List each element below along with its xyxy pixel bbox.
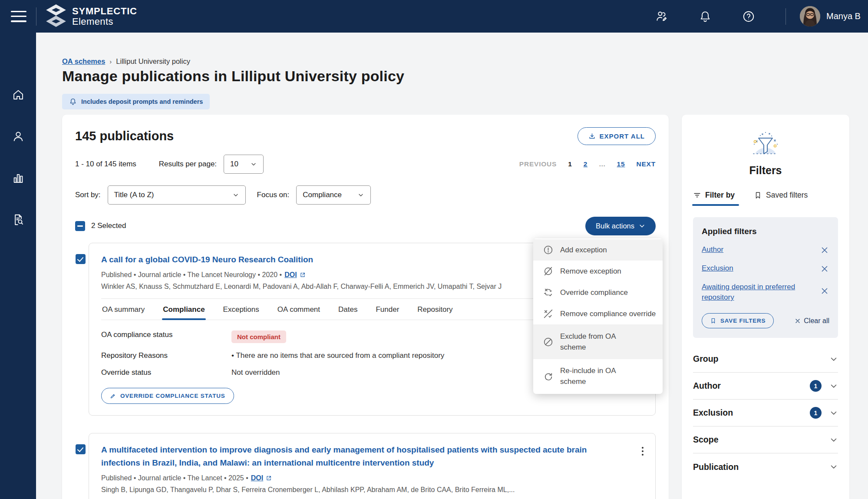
sort-by-select[interactable]: Title (A to Z)	[108, 185, 246, 205]
remove-override-icon	[543, 308, 554, 319]
publication-1-doi-link[interactable]: DOI	[284, 271, 297, 279]
applied-filter-exclusion: Exclusion	[702, 263, 829, 274]
tab-oa-summary[interactable]: OA summary	[101, 299, 145, 320]
tab-compliance[interactable]: Compliance	[162, 299, 205, 320]
filters-illustration-icon	[749, 131, 782, 159]
override-compliance-status-button[interactable]: OVERRIDE COMPLIANCE STATUS	[101, 388, 234, 404]
filter-lines-icon	[693, 191, 701, 199]
chevron-down-icon	[829, 436, 838, 444]
topbar-divider	[36, 7, 36, 26]
publication-1-checkbox[interactable]	[76, 254, 86, 264]
filter-section-scope[interactable]: Scope	[693, 426, 838, 453]
chevron-down-icon	[357, 192, 364, 198]
external-link-icon	[266, 475, 272, 481]
exclusion-filter-count-badge: 1	[810, 407, 822, 419]
notifications-bell-icon[interactable]	[699, 10, 712, 23]
hamburger-menu-icon[interactable]	[11, 11, 26, 22]
user-name[interactable]: Manya B	[826, 11, 868, 21]
redo-arrow-icon	[543, 371, 554, 382]
help-icon[interactable]	[742, 10, 755, 23]
profile-icon[interactable]	[12, 130, 25, 143]
document-search-icon[interactable]	[12, 213, 25, 226]
not-compliant-badge: Not compliant	[231, 330, 286, 343]
per-page-label: Results per page:	[159, 160, 217, 169]
menu-item-remove-exception[interactable]: Remove exception	[533, 261, 663, 282]
save-filters-button[interactable]: SAVE FILTERS	[702, 313, 774, 328]
left-sidebar	[0, 33, 36, 499]
applied-filter-exclusion-link[interactable]: Exclusion	[702, 263, 733, 274]
tab-filter-by[interactable]: Filter by	[693, 191, 735, 206]
tab-oa-comment[interactable]: OA comment	[277, 299, 321, 320]
pagination-page-1[interactable]: 1	[568, 160, 572, 168]
filter-sections: Group Author 1 Exclusion 1	[693, 346, 838, 480]
focus-on-select[interactable]: Compliance	[296, 185, 371, 205]
impersonate-users-icon[interactable]	[655, 10, 668, 23]
filters-title: Filters	[693, 164, 838, 177]
menu-item-remove-compliance-override[interactable]: Remove compliance override	[533, 303, 663, 324]
page-title: Manage publications in Lilliput Universi…	[62, 68, 404, 85]
slash-circle-icon	[543, 266, 554, 277]
tab-repository[interactable]: Repository	[416, 299, 453, 320]
sort-by-label: Sort by:	[75, 191, 101, 199]
publication-2-title-link[interactable]: A multifaceted intervention to improve d…	[101, 443, 643, 469]
tab-funder[interactable]: Funder	[375, 299, 400, 320]
pagination-ellipsis: …	[599, 160, 606, 168]
applied-filter-author-link[interactable]: Author	[702, 245, 723, 255]
filter-section-publication[interactable]: Publication	[693, 453, 838, 480]
tab-dates[interactable]: Dates	[337, 299, 358, 320]
breadcrumb-separator: ›	[109, 58, 112, 65]
results-range: 1 - 10 of 145 items	[75, 160, 136, 169]
filters-panel: Filters Filter by Saved filters Applied …	[682, 115, 849, 499]
home-icon[interactable]	[12, 88, 25, 101]
publication-2-authors: Singh B, Lipunga GD, Thangavelu P, Dhar …	[101, 486, 643, 494]
clear-all-filters[interactable]: Clear all	[794, 317, 829, 325]
bookmark-icon	[754, 191, 762, 199]
publication-2-checkbox[interactable]	[76, 444, 86, 454]
chevron-down-icon	[829, 382, 838, 390]
deposit-notice-badge: Includes deposit prompts and reminders	[62, 94, 210, 109]
publication-2-more-actions-icon[interactable]	[637, 444, 648, 459]
chevron-down-icon	[639, 223, 645, 229]
menu-item-add-exception[interactable]: Add exception	[533, 239, 663, 261]
menu-item-exclude-from-oa-scheme[interactable]: Exclude from OA scheme	[533, 324, 663, 359]
filter-section-author[interactable]: Author 1	[693, 373, 838, 400]
filter-section-exclusion[interactable]: Exclusion 1	[693, 400, 838, 426]
chevron-down-icon	[232, 192, 239, 198]
pagination-page-15[interactable]: 15	[617, 160, 625, 168]
chevron-down-icon	[829, 463, 838, 471]
breadcrumb-link-oa-schemes[interactable]: OA schemes	[62, 57, 105, 66]
menu-item-reinclude-in-oa-scheme[interactable]: Re-include in OA scheme	[533, 359, 663, 393]
pagination-next[interactable]: NEXT	[636, 160, 656, 168]
publication-2-meta: Published • Journal article • The Lancet…	[101, 474, 248, 482]
breadcrumb: OA schemes › Lilliput University policy	[62, 57, 190, 66]
oa-compliance-status-label: OA compliance status	[101, 330, 231, 343]
remove-filter-icon[interactable]	[820, 245, 829, 255]
pagination-page-2[interactable]: 2	[584, 160, 587, 168]
bulk-actions-menu: Add exception Remove exception Override …	[533, 238, 663, 394]
bulk-actions-button[interactable]: Bulk actions	[585, 217, 656, 235]
tab-exceptions[interactable]: Exceptions	[222, 299, 260, 320]
pagination-previous[interactable]: PREVIOUS	[519, 160, 557, 168]
topbar-divider-2	[785, 8, 786, 25]
applied-filter-awaiting-deposit: Awaiting deposit in preferred repository	[702, 282, 829, 303]
pagination: PREVIOUS 1 2 … 15 NEXT	[519, 160, 656, 168]
applied-filter-author: Author	[702, 245, 829, 255]
applied-filter-awaiting-deposit-link[interactable]: Awaiting deposit in preferred repository	[702, 282, 811, 303]
selected-count: 2 Selected	[91, 221, 126, 230]
publication-count-title: 145 publications	[75, 129, 174, 143]
per-page-select[interactable]: 10	[224, 155, 264, 174]
remove-filter-icon[interactable]	[820, 264, 829, 274]
author-filter-count-badge: 1	[810, 380, 822, 392]
user-avatar[interactable]	[800, 6, 820, 26]
applied-filters-box: Applied filters Author Exclusion Awaitin…	[693, 217, 838, 338]
tab-saved-filters[interactable]: Saved filters	[754, 191, 808, 206]
publication-2-doi-link[interactable]: DOI	[251, 474, 263, 482]
remove-filter-icon[interactable]	[820, 286, 829, 296]
symplectic-logo-icon[interactable]	[45, 4, 67, 29]
export-all-button[interactable]: EXPORT ALL	[578, 127, 656, 145]
select-all-checkbox[interactable]	[75, 221, 85, 231]
menu-item-override-compliance[interactable]: Override compliance	[533, 282, 663, 303]
filter-section-group[interactable]: Group	[693, 346, 838, 373]
brand-wordmark: SYMPLECTIC Elements	[72, 6, 137, 26]
reports-chart-icon[interactable]	[12, 172, 25, 185]
